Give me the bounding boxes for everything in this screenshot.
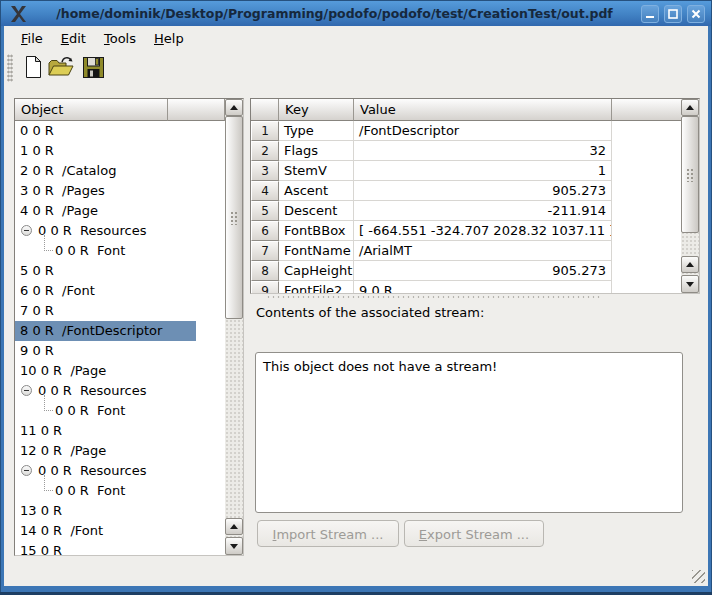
property-key[interactable]: Ascent bbox=[279, 181, 354, 201]
row-filler bbox=[612, 201, 681, 221]
property-key[interactable]: Flags bbox=[279, 141, 354, 161]
tree-item-label: 0 0 R bbox=[15, 123, 54, 138]
property-row[interactable]: 5Descent-211.914 bbox=[251, 201, 681, 221]
tree-item[interactable]: 3 0 R /Pages bbox=[15, 181, 225, 201]
object-tree-scrollbar[interactable] bbox=[225, 99, 243, 555]
tree-item[interactable]: 12 0 R /Page bbox=[15, 441, 225, 461]
property-row[interactable]: 9FontFile29 0 R bbox=[251, 281, 681, 293]
row-number: 4 bbox=[251, 181, 279, 201]
tree-item[interactable]: 5 0 R bbox=[15, 261, 225, 281]
property-value[interactable]: -211.914 bbox=[354, 201, 612, 221]
object-tree-header[interactable]: Object bbox=[15, 99, 225, 121]
key-column-header[interactable]: Key bbox=[279, 99, 354, 121]
row-number: 9 bbox=[251, 281, 279, 293]
scroll-up-button[interactable] bbox=[681, 99, 699, 116]
row-filler bbox=[612, 241, 681, 261]
stream-contents-box[interactable]: This object does not have a stream! bbox=[255, 352, 683, 513]
titlebar[interactable]: /home/dominik/Desktop/Programming/podofo… bbox=[1, 1, 711, 26]
tree-item[interactable]: 8 0 R /FontDescriptor bbox=[15, 321, 225, 341]
scroll-up-button[interactable] bbox=[681, 256, 699, 273]
toolbar-handle[interactable] bbox=[7, 54, 13, 82]
properties-scrollbar[interactable] bbox=[681, 99, 699, 293]
properties-rows: 1Type/FontDescriptor2Flags323StemV14Asce… bbox=[251, 121, 681, 293]
property-key[interactable]: FontFile2 bbox=[279, 281, 354, 293]
tree-item-label: 0 0 R Font bbox=[15, 243, 125, 258]
tree-item-label: 12 0 R /Page bbox=[15, 443, 106, 458]
scroll-down-button[interactable] bbox=[681, 275, 699, 293]
menu-file[interactable]: File bbox=[12, 28, 52, 49]
tree-item-label: 11 0 R bbox=[15, 423, 62, 438]
property-row[interactable]: 4Ascent905.273 bbox=[251, 181, 681, 201]
property-row[interactable]: 8CapHeight905.273 bbox=[251, 261, 681, 281]
properties-table-panel: Key Value 1Type/FontDescriptor2Flags323S… bbox=[250, 98, 700, 294]
resize-grip[interactable] bbox=[692, 570, 705, 583]
splitter-handle[interactable] bbox=[266, 295, 602, 299]
tree-item[interactable]: 15 0 R bbox=[15, 541, 225, 555]
app-icon bbox=[8, 4, 28, 24]
export-stream-button[interactable]: Export Stream ... bbox=[404, 520, 544, 547]
scrollbar-thumb[interactable] bbox=[225, 116, 243, 319]
tree-item[interactable]: 1 0 R bbox=[15, 141, 225, 161]
open-document-icon bbox=[47, 55, 75, 79]
menu-tools[interactable]: Tools bbox=[95, 28, 145, 49]
value-column-header[interactable]: Value bbox=[354, 99, 612, 121]
row-filler bbox=[612, 141, 681, 161]
property-key[interactable]: Descent bbox=[279, 201, 354, 221]
property-value[interactable]: 905.273 bbox=[354, 181, 612, 201]
close-button[interactable] bbox=[687, 5, 705, 23]
property-value[interactable]: /ArialMT bbox=[354, 241, 612, 261]
property-row[interactable]: 6FontBBox[ -664.551 -324.707 2028.32 103… bbox=[251, 221, 681, 241]
property-value[interactable]: 9 0 R bbox=[354, 281, 612, 293]
property-row[interactable]: 2Flags32 bbox=[251, 141, 681, 161]
import-stream-button[interactable]: Import Stream ... bbox=[257, 520, 399, 547]
open-document-button[interactable] bbox=[46, 52, 76, 82]
scroll-up-button[interactable] bbox=[225, 99, 243, 116]
property-key[interactable]: FontName bbox=[279, 241, 354, 261]
property-key[interactable]: CapHeight bbox=[279, 261, 354, 281]
property-value[interactable]: 905.273 bbox=[354, 261, 612, 281]
property-row[interactable]: 3StemV1 bbox=[251, 161, 681, 181]
object-tree-panel: Object 0 0 R1 0 R2 0 R /Catalog3 0 R /Pa… bbox=[14, 98, 244, 556]
row-number: 8 bbox=[251, 261, 279, 281]
menu-help[interactable]: Help bbox=[145, 28, 193, 49]
property-value[interactable]: 32 bbox=[354, 141, 612, 161]
maximize-button[interactable] bbox=[664, 5, 682, 23]
tree-item-label: 13 0 R bbox=[15, 503, 62, 518]
tree-item[interactable]: 7 0 R bbox=[15, 301, 225, 321]
toolbar bbox=[4, 50, 708, 86]
tree-item[interactable]: 0 0 R Font bbox=[15, 401, 225, 421]
tree-item[interactable]: 0 0 R Font bbox=[15, 241, 225, 261]
property-key[interactable]: FontBBox bbox=[279, 221, 354, 241]
row-number: 5 bbox=[251, 201, 279, 221]
tree-item[interactable]: 4 0 R /Page bbox=[15, 201, 225, 221]
row-number: 7 bbox=[251, 241, 279, 261]
menu-edit[interactable]: Edit bbox=[52, 28, 95, 49]
tree-item[interactable]: 14 0 R /Font bbox=[15, 521, 225, 541]
close-icon bbox=[691, 9, 701, 19]
tree-item[interactable]: 10 0 R /Page bbox=[15, 361, 225, 381]
scroll-down-button[interactable] bbox=[225, 537, 243, 555]
object-column-header[interactable]: Object bbox=[15, 99, 168, 121]
tree-item-label: 5 0 R bbox=[15, 263, 54, 278]
property-row[interactable]: 1Type/FontDescriptor bbox=[251, 121, 681, 141]
tree-item[interactable]: 6 0 R /Font bbox=[15, 281, 225, 301]
property-key[interactable]: Type bbox=[279, 121, 354, 141]
property-value[interactable]: 1 bbox=[354, 161, 612, 181]
properties-table-header: Key Value bbox=[251, 99, 681, 121]
tree-item-label: 15 0 R bbox=[15, 543, 62, 555]
tree-item[interactable]: 2 0 R /Catalog bbox=[15, 161, 225, 181]
property-row[interactable]: 7FontName/ArialMT bbox=[251, 241, 681, 261]
save-document-button[interactable] bbox=[78, 52, 108, 82]
property-key[interactable]: StemV bbox=[279, 161, 354, 181]
tree-item[interactable]: 13 0 R bbox=[15, 501, 225, 521]
scrollbar-thumb[interactable] bbox=[681, 116, 699, 233]
new-document-button[interactable] bbox=[18, 52, 48, 82]
tree-item[interactable]: 11 0 R bbox=[15, 421, 225, 441]
property-value[interactable]: [ -664.551 -324.707 2028.32 1037.11 ] bbox=[354, 221, 612, 241]
tree-item[interactable]: 0 0 R Font bbox=[15, 481, 225, 501]
scroll-up-button[interactable] bbox=[225, 518, 243, 535]
tree-item[interactable]: 0 0 R bbox=[15, 121, 225, 141]
minimize-button[interactable] bbox=[641, 5, 659, 23]
tree-item[interactable]: 9 0 R bbox=[15, 341, 225, 361]
property-value[interactable]: /FontDescriptor bbox=[354, 121, 612, 141]
